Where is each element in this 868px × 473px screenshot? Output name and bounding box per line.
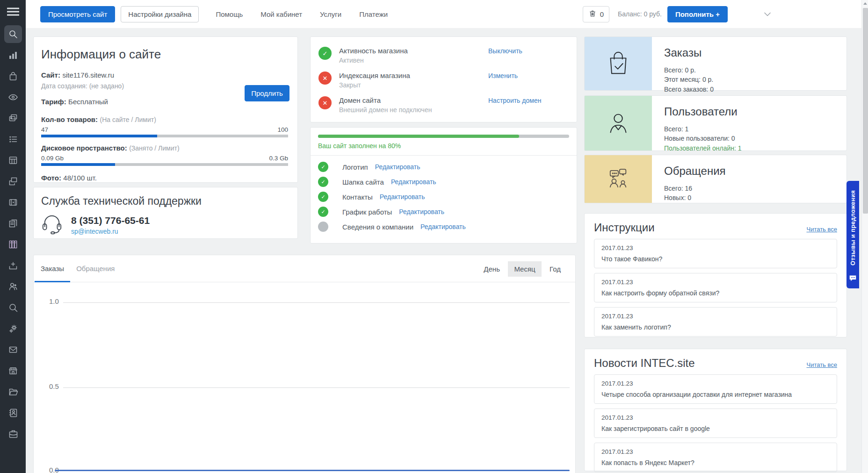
sidebar-item-video[interactable] xyxy=(0,192,26,213)
status-title: Домен сайта xyxy=(339,96,432,104)
list-item[interactable]: 2017.01.23 Как попасть в Яндекс Маркет? xyxy=(594,443,837,472)
status-action-link[interactable]: Выключить xyxy=(488,47,522,55)
feedback-tab[interactable]: Отзывы и предложения xyxy=(846,181,859,288)
list-item[interactable]: 2017.01.23 Как заменить логотип? xyxy=(594,307,837,337)
tab-orders[interactable]: Заказы xyxy=(35,255,70,282)
period-switcher: День Месяц Год xyxy=(477,261,567,277)
tab-appeals[interactable]: Обращения xyxy=(70,255,121,282)
site-info-card: Информация о сайте Сайт: site1176.sitew.… xyxy=(33,36,298,183)
orders-total: Всего: 0 р. xyxy=(664,65,714,75)
appeals-card[interactable]: Обращения Всего: 16 Новых: 0 xyxy=(584,155,847,203)
disk-progress-bar xyxy=(41,163,288,166)
period-day[interactable]: День xyxy=(477,261,506,277)
sidebar-item-mail[interactable] xyxy=(0,339,26,360)
users-card[interactable]: Пользователи Всего: 1 Новые пользователи… xyxy=(584,95,847,151)
menu-item-payments[interactable]: Платежи xyxy=(359,10,388,18)
sidebar-item-list[interactable] xyxy=(0,129,26,150)
scrollbar-thumb[interactable] xyxy=(863,8,868,214)
disk-hint: (Занято / Лимит) xyxy=(129,144,179,152)
scrollbar[interactable] xyxy=(861,0,868,473)
list-item[interactable]: 2017.01.23 Что такое Фавикон? xyxy=(594,239,837,268)
sidebar xyxy=(0,0,26,473)
topup-button[interactable]: Пополнить + xyxy=(667,6,728,22)
appeals-total: Всего: 16 xyxy=(664,184,726,193)
status-action-link[interactable]: Настроить домен xyxy=(488,97,541,104)
orders-count: Всего заказов: 0 xyxy=(664,85,714,94)
photo-label: Фото: xyxy=(41,174,61,182)
menu-item-help[interactable]: Помощь xyxy=(216,10,243,18)
sidebar-item-stats[interactable] xyxy=(0,44,26,65)
sidebar-item-documents[interactable] xyxy=(0,213,26,234)
appeals-title: Обращения xyxy=(664,165,726,178)
sidebar-item-settings[interactable] xyxy=(0,318,26,339)
list-item[interactable]: 2017.01.23 Четыре способа организации до… xyxy=(594,374,837,404)
menu-icon[interactable] xyxy=(0,0,26,23)
support-email-link[interactable]: sp@intecweb.ru xyxy=(71,228,150,235)
completion-label: Ваш сайт заполнен на 80% xyxy=(318,142,569,150)
sidebar-item-orders[interactable] xyxy=(0,65,26,86)
sidebar-item-import[interactable] xyxy=(0,255,26,276)
status-row: Домен сайта Внешний домен не подключен Н… xyxy=(311,93,577,117)
check-circle-icon xyxy=(318,192,328,202)
sidebar-item-photos[interactable] xyxy=(0,108,26,129)
menu-item-cabinet[interactable]: Мой кабинет xyxy=(260,10,302,18)
search-large-icon xyxy=(4,299,22,316)
gridline xyxy=(63,302,570,303)
support-phone: 8 (351) 776-65-61 xyxy=(71,215,150,226)
status-subtitle: Внешний домен не подключен xyxy=(339,106,432,114)
sidebar-item-contacts[interactable] xyxy=(0,402,26,423)
sidebar-item-binders[interactable] xyxy=(0,234,26,255)
item-title: Как заменить логотип? xyxy=(601,323,830,331)
checklist-label: Шапка сайта xyxy=(342,178,384,186)
sidebar-item-services[interactable] xyxy=(0,423,26,444)
checklist-label: Сведения о компании xyxy=(342,223,413,231)
users-title: Пользователи xyxy=(664,105,742,118)
y-tick: 1.0 xyxy=(49,297,59,305)
profile-chevron-down-icon[interactable] xyxy=(764,12,771,16)
edit-link[interactable]: Редактировать xyxy=(391,178,436,186)
sidebar-item-search[interactable] xyxy=(0,23,26,44)
tariff-value: Бесплатный xyxy=(68,98,108,106)
sidebar-item-search-large[interactable] xyxy=(0,297,26,318)
orders-card[interactable]: Заказы Всего: 0 р. Этот месяц: 0 р. Всег… xyxy=(584,36,847,91)
period-month[interactable]: Месяц xyxy=(508,261,541,277)
edit-link[interactable]: Редактировать xyxy=(420,223,466,230)
photos-icon xyxy=(4,109,22,127)
sidebar-item-preview[interactable] xyxy=(0,86,26,108)
table-icon xyxy=(4,151,22,169)
item-date: 2017.01.23 xyxy=(601,313,830,320)
checklist-row: Шапка сайта Редактировать xyxy=(318,174,569,189)
users-new: Новые пользователи: 0 xyxy=(664,134,742,143)
list-item[interactable]: 2017.01.23 Как зарегистрировать сайт в g… xyxy=(594,408,837,438)
design-settings-button[interactable]: Настройки дизайна xyxy=(121,6,199,22)
sidebar-item-files[interactable] xyxy=(0,381,26,402)
view-site-button[interactable]: Просмотреть сайт xyxy=(40,6,115,22)
support-card: Служба технической поддержки 8 (351) 776… xyxy=(33,187,298,239)
eye-icon xyxy=(4,88,22,106)
status-row: Активность магазина Активен Выключить xyxy=(311,43,577,68)
edit-link[interactable]: Редактировать xyxy=(399,208,444,215)
disk-current: 0.09 Gb xyxy=(41,155,64,162)
item-date: 2017.01.23 xyxy=(601,448,830,455)
menu-item-services[interactable]: Услуги xyxy=(320,10,341,18)
scrollbar-up-arrow-icon[interactable] xyxy=(862,0,868,7)
read-all-link[interactable]: Читать все xyxy=(806,226,837,233)
prolong-button[interactable]: Продлить xyxy=(245,85,289,101)
edit-link[interactable]: Редактировать xyxy=(380,193,425,201)
news-title: Новости INTEC.site xyxy=(594,357,695,370)
sidebar-item-table[interactable] xyxy=(0,150,26,171)
status-action-link[interactable]: Изменить xyxy=(488,72,518,79)
import-icon xyxy=(4,257,22,274)
documents-icon xyxy=(4,215,22,232)
edit-link[interactable]: Редактировать xyxy=(375,163,420,171)
list-item[interactable]: 2017.01.23 Как настроить форму обратной … xyxy=(594,273,837,302)
item-title: Как зарегистрировать сайт в google xyxy=(601,425,830,432)
gridline xyxy=(63,387,570,388)
cart-button[interactable]: 0 xyxy=(583,6,609,22)
period-year[interactable]: Год xyxy=(543,261,567,277)
sidebar-item-users[interactable] xyxy=(0,276,26,297)
sidebar-item-shop[interactable] xyxy=(0,360,26,381)
sidebar-item-windows[interactable] xyxy=(0,171,26,192)
read-all-link[interactable]: Читать все xyxy=(806,361,837,368)
check-circle-icon xyxy=(318,177,328,187)
